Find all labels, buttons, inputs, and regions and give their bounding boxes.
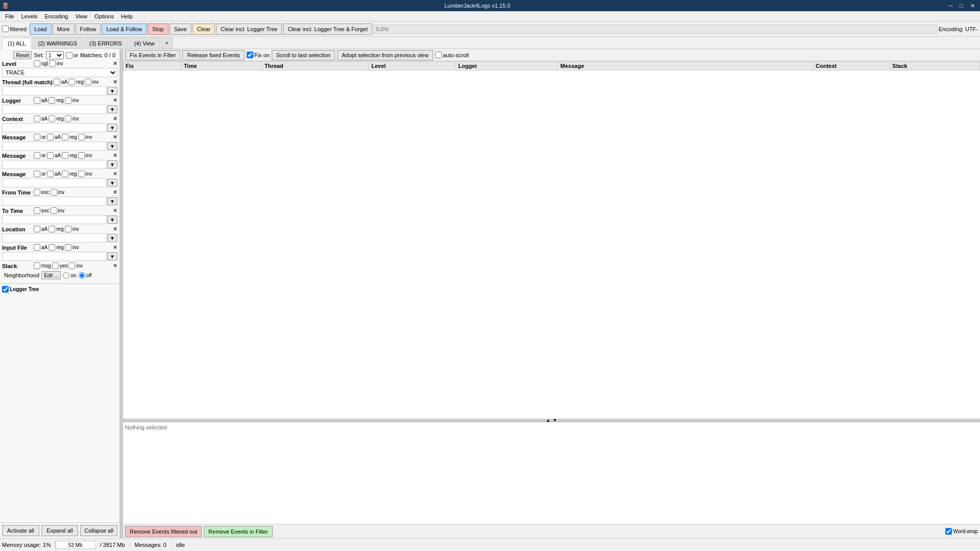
to-time-exc-label[interactable]: exc — [34, 207, 50, 214]
col-stack[interactable]: Stack — [890, 62, 980, 70]
fix-events-button[interactable]: Fix Events in Filter — [125, 50, 180, 60]
clear-button[interactable]: Clear — [193, 23, 215, 35]
message2-aA-label[interactable]: aA — [47, 152, 61, 159]
reset-button[interactable]: Reset — [13, 51, 32, 59]
message1-input[interactable] — [2, 141, 107, 151]
context-inv-checkbox[interactable] — [65, 115, 71, 122]
col-fix[interactable]: Fix — [124, 62, 182, 70]
location-inv-checkbox[interactable] — [65, 226, 71, 232]
scroll-last-button[interactable]: Scroll to last selection — [272, 50, 335, 60]
neighborhood-off-radio[interactable] — [79, 272, 85, 279]
message2-inv-checkbox[interactable] — [78, 152, 85, 159]
follow-button[interactable]: Follow — [76, 23, 101, 35]
filtered-checkbox-label[interactable]: filtered — [2, 26, 27, 32]
message1-or-checkbox[interactable] — [34, 134, 40, 140]
to-time-inv-label[interactable]: inv — [51, 207, 65, 214]
message3-or-label[interactable]: or — [34, 171, 46, 177]
from-time-close-icon[interactable]: ✕ — [113, 189, 117, 196]
message2-close-icon[interactable]: ✕ — [113, 152, 117, 159]
stack-yes-label[interactable]: yes — [52, 262, 68, 269]
to-time-dropdown-btn[interactable]: ▼ — [107, 215, 117, 224]
stack-msg-label[interactable]: msg — [34, 262, 51, 269]
stack-msg-checkbox[interactable] — [34, 262, 40, 269]
close-button[interactable]: ✕ — [967, 3, 978, 9]
release-fixed-button[interactable]: Release fixed Events — [182, 50, 244, 60]
message1-reg-label[interactable]: reg — [62, 134, 77, 140]
logger-input[interactable] — [2, 105, 107, 114]
location-reg-checkbox[interactable] — [49, 226, 55, 232]
menu-help[interactable]: Help — [118, 12, 136, 20]
logger-reg-checkbox[interactable] — [49, 97, 55, 104]
input-file-inv-checkbox[interactable] — [65, 244, 71, 251]
col-time[interactable]: Time — [182, 62, 262, 70]
save-button[interactable]: Save — [170, 23, 192, 35]
thread-inv-label[interactable]: inv — [85, 79, 99, 85]
input-file-aA-label[interactable]: aA — [34, 244, 47, 251]
level-dropdown[interactable]: TRACEDEBUGINFOWARNERROR — [2, 68, 117, 77]
message3-input[interactable] — [2, 178, 107, 187]
level-inv-label[interactable]: inv — [49, 60, 63, 67]
remove-filtered-button[interactable]: Remove Events filtered out — [125, 526, 202, 537]
menu-options[interactable]: Options — [91, 12, 117, 20]
context-input[interactable] — [2, 123, 107, 132]
message1-inv-checkbox[interactable] — [78, 134, 85, 140]
level-sgl-checkbox[interactable] — [34, 60, 40, 67]
stack-inv-label[interactable]: inv — [68, 262, 83, 269]
context-inv-label[interactable]: inv — [65, 115, 79, 122]
logger-tree-checkbox-label[interactable]: Logger Tree — [2, 286, 39, 293]
sgl-label[interactable]: sgl — [34, 60, 48, 67]
message2-or-label[interactable]: or — [34, 152, 46, 159]
thread-reg-checkbox[interactable] — [68, 79, 75, 85]
input-file-input[interactable] — [2, 252, 107, 261]
message3-reg-label[interactable]: reg — [62, 171, 77, 177]
minimize-button[interactable]: ─ — [946, 3, 956, 9]
stop-button[interactable]: Stop — [148, 23, 169, 35]
neighborhood-on-label[interactable]: on — [63, 272, 76, 279]
logger-reg-label[interactable]: reg — [49, 97, 63, 104]
tab-all[interactable]: (1) ALL — [2, 38, 31, 49]
or-checkbox-label[interactable]: or — [66, 52, 78, 59]
menu-view[interactable]: View — [72, 12, 90, 20]
message3-inv-checkbox[interactable] — [78, 171, 85, 177]
word-wrap-checkbox[interactable] — [945, 528, 952, 535]
adopt-selection-button[interactable]: Adopt selection from previous view — [337, 50, 433, 60]
or-checkbox[interactable] — [66, 52, 73, 59]
thread-reg-label[interactable]: reg — [68, 79, 83, 85]
input-file-inv-label[interactable]: inv — [65, 244, 79, 251]
col-level[interactable]: Level — [369, 62, 456, 70]
message2-input[interactable] — [2, 160, 107, 169]
message2-dropdown-btn[interactable]: ▼ — [107, 160, 117, 169]
input-file-close-icon[interactable]: ✕ — [113, 244, 117, 251]
from-time-inv-label[interactable]: inv — [51, 189, 65, 196]
tab-warnings[interactable]: (2) WARNINGS — [32, 37, 83, 49]
message3-or-checkbox[interactable] — [34, 171, 40, 177]
log-table-container[interactable]: Fix Time Thread Level Logger Message Con… — [123, 61, 980, 419]
filtered-checkbox[interactable] — [2, 26, 9, 32]
to-time-close-icon[interactable]: ✕ — [113, 207, 117, 214]
input-file-reg-label[interactable]: reg — [49, 244, 63, 251]
col-thread[interactable]: Thread — [262, 62, 369, 70]
message1-aA-label[interactable]: aA — [47, 134, 61, 140]
message3-reg-checkbox[interactable] — [62, 171, 68, 177]
word-wrap-label[interactable]: Word-wrap — [945, 528, 978, 535]
message2-aA-checkbox[interactable] — [47, 152, 54, 159]
input-file-dropdown-btn[interactable]: ▼ — [107, 252, 117, 260]
neighborhood-edit-button[interactable]: Edit ... — [41, 271, 61, 279]
stack-close-icon[interactable]: ✕ — [113, 262, 117, 269]
from-time-input[interactable] — [2, 197, 107, 206]
from-time-inv-checkbox[interactable] — [51, 189, 57, 196]
message2-inv-label[interactable]: inv — [78, 152, 92, 159]
auto-scroll-checkbox[interactable] — [435, 52, 442, 58]
message3-dropdown-btn[interactable]: ▼ — [107, 179, 117, 187]
message3-aA-checkbox[interactable] — [47, 171, 54, 177]
tab-errors[interactable]: (3) ERRORS — [84, 37, 128, 49]
level-close-icon[interactable]: ✕ — [113, 60, 117, 67]
neighborhood-off-label[interactable]: off — [79, 272, 92, 279]
message3-close-icon[interactable]: ✕ — [113, 171, 117, 177]
input-file-aA-checkbox[interactable] — [34, 244, 40, 251]
col-context[interactable]: Context — [814, 62, 890, 70]
message1-reg-checkbox[interactable] — [62, 134, 68, 140]
to-time-inv-checkbox[interactable] — [51, 207, 57, 214]
location-aA-label[interactable]: aA — [34, 226, 47, 232]
context-reg-label[interactable]: reg — [49, 115, 63, 122]
